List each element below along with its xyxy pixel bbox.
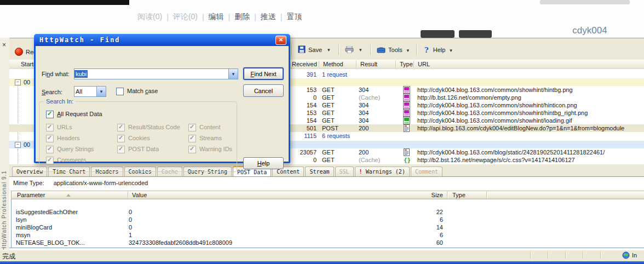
post-param-row[interactable]: lsyn06 [12, 216, 644, 223]
blog-action-link[interactable]: 推送 [261, 12, 276, 22]
tools-button[interactable]: Tools [374, 45, 413, 55]
collapse-toggle-icon[interactable] [15, 79, 21, 85]
httpwatch-screenshot: 阅读(0)评论(0)编辑删除推送置顶 cdyk004 × HttpWatch P… [0, 0, 644, 264]
post-param-row[interactable]: HEContent<P>我还是这么kubi<WBR></P>85 [12, 200, 644, 208]
post-table-rows: HEContent<P>我还是这么kubi<WBR></P>85isSugges… [11, 199, 644, 248]
search-scope-combobox[interactable]: All [74, 86, 106, 97]
request-count-label: 6 requests [322, 132, 350, 140]
save-label: Save [308, 47, 322, 53]
param-size: 6 [407, 231, 443, 239]
post-param-row[interactable]: miniBlogCard014 [12, 223, 644, 231]
status-pane-divider [548, 251, 549, 259]
column-type[interactable]: Type [400, 61, 413, 67]
http-result: (Cache) [359, 156, 380, 164]
blog-action-links: 阅读(0)评论(0)编辑删除推送置顶 [134, 12, 305, 22]
post-column-value[interactable]: Value [132, 192, 147, 198]
checkbox-label: Headers [57, 135, 80, 141]
status-zone-text: In [632, 252, 637, 259]
print-button[interactable] [342, 45, 357, 55]
column-url[interactable]: URL [418, 61, 430, 67]
page-dark-button-1[interactable] [421, 30, 455, 38]
search-in-checkbox-warning-ids: Warning IDs [188, 146, 232, 153]
sort-ascending-icon [66, 194, 71, 197]
combo-dropdown-icon[interactable] [96, 87, 106, 96]
param-name: lsyn [16, 216, 123, 223]
panel-close-icon[interactable]: × [2, 42, 6, 48]
checkbox-checked-icon [117, 146, 125, 153]
match-case-label: Match case [127, 88, 158, 94]
status-pane-divider [565, 251, 566, 259]
post-column-size[interactable]: Size [407, 192, 443, 198]
collapse-toggle-icon[interactable] [15, 142, 21, 148]
post-column-parameter[interactable]: Parameter [17, 192, 45, 198]
blog-action-link[interactable]: 删除 [234, 12, 250, 22]
cancel-button[interactable]: Cancel [243, 84, 284, 97]
dialog-close-icon[interactable]: ✕ [275, 36, 286, 45]
save-dropdown-arrow[interactable] [325, 46, 336, 54]
column-divider[interactable] [413, 61, 415, 67]
combo-dropdown-icon[interactable] [228, 69, 238, 79]
tools-label: Tools [388, 47, 403, 53]
help-dialog-button[interactable]: Help [243, 157, 284, 169]
find-what-combobox[interactable]: kubi [74, 68, 238, 79]
help-dropdown-arrow [448, 47, 453, 53]
toolbar-separator [416, 44, 417, 55]
match-case-checkbox[interactable]: Match case [116, 88, 158, 95]
blog-action-link[interactable]: 置顶 [286, 12, 302, 22]
http-result: 304 [359, 86, 369, 94]
search-in-caption: Search In: [44, 98, 76, 105]
post-param-row[interactable]: isSuggestedEachOther022 [12, 208, 644, 216]
all-request-data-checkbox[interactable]: All Request Data [46, 111, 102, 118]
link-separator [254, 13, 256, 21]
column-divider[interactable] [447, 192, 448, 198]
blog-action-link[interactable]: 编辑 [209, 12, 224, 22]
post-column-type[interactable]: Type [452, 192, 465, 198]
tab-comment: Comment [411, 167, 442, 176]
search-in-checkbox-urls: URLs [46, 124, 72, 131]
request-url: http://cdyk004.blog.163.com/common/showh… [417, 117, 644, 124]
save-button[interactable]: Save [295, 44, 325, 55]
checkbox-label: Query Strings [57, 146, 94, 152]
http-method: GET [322, 117, 335, 124]
column-divider[interactable] [486, 192, 487, 198]
column-divider[interactable] [395, 61, 396, 67]
warning-icon: ! [359, 169, 363, 175]
find-dialog-body: Find what: kubi Find Next Search: All Ma… [34, 46, 287, 162]
post-param-row[interactable]: NETEASE_BLOG_TOK...324733308fedabf2608dd… [12, 239, 644, 246]
status-text: 完成 [2, 252, 15, 261]
blog-action-link[interactable]: 评论(0) [173, 12, 198, 22]
column-divider[interactable] [356, 61, 357, 67]
param-value: <P>我还是这么kubi<WBR></P> [129, 200, 413, 208]
tab-stream[interactable]: Stream [305, 167, 334, 176]
page-dark-button-2[interactable] [459, 30, 492, 38]
tab-warnings-2[interactable]: ! Warnings (2) [355, 167, 410, 176]
find-dialog-titlebar[interactable]: HttpWatch - Find [34, 34, 290, 46]
post-param-row[interactable]: msyn16 [12, 231, 644, 239]
column-divider[interactable] [128, 192, 129, 198]
column-result[interactable]: Result [360, 61, 377, 67]
param-name: HEContent [16, 200, 123, 208]
checkbox-checked-icon [46, 111, 54, 118]
find-what-label: Find what: [42, 71, 70, 77]
checkbox-checked-icon [46, 135, 54, 142]
mime-type-value: application/x-www-form-urlencoded [54, 180, 148, 186]
link-separator [166, 13, 169, 21]
checkbox-label: Cookies [128, 135, 150, 141]
checkbox-label: Result/Status Code [128, 124, 180, 130]
help-button[interactable]: Help [420, 45, 457, 55]
printer-icon [345, 46, 354, 54]
find-next-button[interactable]: Find Next [243, 67, 284, 80]
blog-action-link[interactable]: 阅读(0) [137, 12, 162, 22]
top-gray-bar [540, 0, 630, 4]
column-received[interactable]: Received [292, 61, 317, 67]
print-dropdown-arrow[interactable] [357, 46, 367, 54]
column-method[interactable]: Method [323, 61, 343, 67]
column-divider[interactable] [319, 61, 320, 67]
svg-text:{}: {} [404, 157, 410, 164]
search-in-checkbox-headers: Headers [46, 135, 80, 142]
blog-username: cdyk004 [554, 25, 625, 36]
all-request-data-label: All Request Data [57, 111, 102, 117]
checkbox-label: POST Data [128, 146, 159, 152]
param-value: 0 [129, 216, 413, 223]
toolbar-cluster: Save Tools Help [289, 43, 456, 56]
